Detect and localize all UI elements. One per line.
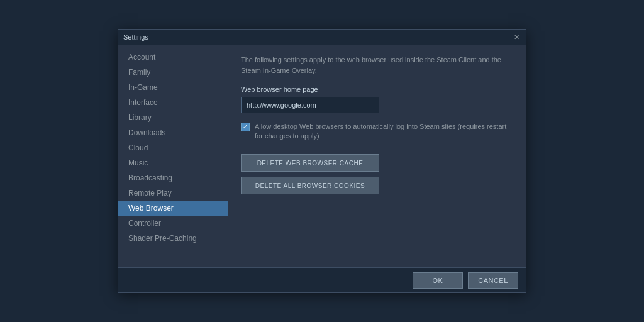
homepage-input[interactable] xyxy=(241,97,379,113)
sidebar-item-account[interactable]: Account xyxy=(118,50,228,65)
cancel-button[interactable]: CANCEL xyxy=(468,272,518,289)
window-title: Settings xyxy=(123,33,148,41)
minimize-button[interactable]: — xyxy=(501,33,510,41)
sidebar-item-in-game[interactable]: In-Game xyxy=(118,80,228,95)
content-area: The following settings apply to the web … xyxy=(228,45,526,267)
auto-login-checkbox[interactable]: ✓ xyxy=(241,123,250,131)
delete-cache-button[interactable]: DELETE WEB BROWSER CACHE xyxy=(241,154,379,172)
window-body: AccountFamilyIn-GameInterfaceLibraryDown… xyxy=(118,45,526,267)
sidebar-item-broadcasting[interactable]: Broadcasting xyxy=(118,170,228,186)
sidebar-item-cloud[interactable]: Cloud xyxy=(118,140,228,155)
description-text: The following settings apply to the web … xyxy=(241,55,513,75)
delete-cookies-button[interactable]: DELETE ALL BROWSER COOKIES xyxy=(241,177,379,194)
sidebar-item-interface[interactable]: Interface xyxy=(118,95,228,110)
sidebar-item-downloads[interactable]: Downloads xyxy=(118,125,228,140)
checkmark-icon: ✓ xyxy=(243,124,248,130)
sidebar-item-controller[interactable]: Controller xyxy=(118,216,228,231)
sidebar-item-shader-pre-caching[interactable]: Shader Pre-Caching xyxy=(118,231,228,246)
sidebar-item-remote-play[interactable]: Remote Play xyxy=(118,186,228,201)
sidebar: AccountFamilyIn-GameInterfaceLibraryDown… xyxy=(118,45,228,267)
sidebar-item-library[interactable]: Library xyxy=(118,110,228,125)
sidebar-item-family[interactable]: Family xyxy=(118,65,228,80)
checkbox-label: Allow desktop Web browsers to automatica… xyxy=(255,122,513,142)
settings-window: Settings — ✕ AccountFamilyIn-GameInterfa… xyxy=(118,29,526,293)
homepage-label: Web browser home page xyxy=(241,86,513,93)
sidebar-item-web-browser[interactable]: Web Browser xyxy=(118,201,228,216)
title-bar: Settings — ✕ xyxy=(118,30,526,45)
checkbox-row: ✓ Allow desktop Web browsers to automati… xyxy=(241,122,513,142)
title-bar-controls: — ✕ xyxy=(501,33,521,42)
sidebar-item-music[interactable]: Music xyxy=(118,155,228,170)
footer: OK CANCEL xyxy=(118,267,526,292)
ok-button[interactable]: OK xyxy=(413,272,463,289)
close-button[interactable]: ✕ xyxy=(513,33,521,42)
